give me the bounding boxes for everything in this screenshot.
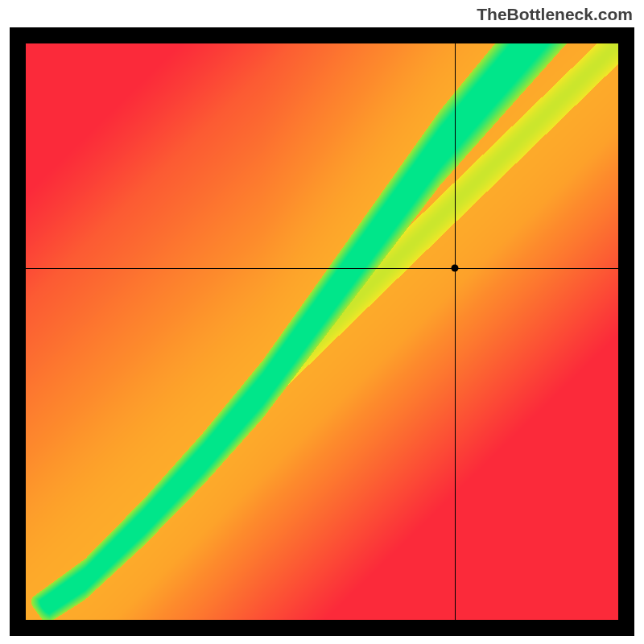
plot-area	[26, 43, 618, 620]
crosshair-horizontal	[26, 268, 618, 269]
plot-frame	[10, 27, 634, 636]
heatmap-canvas	[26, 43, 618, 620]
crosshair-vertical	[455, 43, 456, 620]
marker-point	[451, 264, 458, 271]
watermark-text: TheBottleneck.com	[477, 5, 633, 24]
chart-container: TheBottleneck.com	[0, 0, 644, 644]
